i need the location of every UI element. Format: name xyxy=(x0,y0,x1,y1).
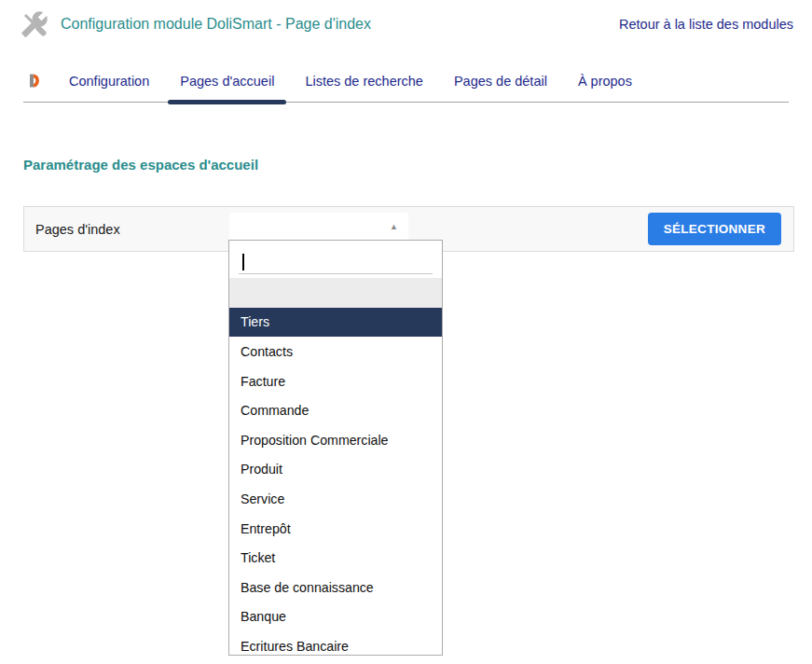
wrench-screwdriver-icon xyxy=(21,10,48,38)
dropdown-option[interactable] xyxy=(229,278,442,308)
text-caret xyxy=(242,254,244,270)
tab[interactable]: À propos xyxy=(578,60,632,102)
select-button[interactable]: SÉLECTIONNER xyxy=(648,213,781,245)
tabs: ConfigurationPages d'accueilListes de re… xyxy=(69,60,663,102)
tab[interactable]: Listes de recherche xyxy=(305,60,423,102)
chevron-up-icon: ▲ xyxy=(390,223,398,231)
tab[interactable]: Configuration xyxy=(69,60,149,102)
tabbar: ConfigurationPages d'accueilListes de re… xyxy=(23,60,789,103)
dropdown-option[interactable]: Tiers xyxy=(229,308,442,338)
dropdown-search-input[interactable] xyxy=(239,250,433,274)
dropdown-option[interactable]: Service xyxy=(229,484,442,514)
dropdown-options: TiersContactsFactureCommandeProposition … xyxy=(229,278,442,656)
index-page-select[interactable]: ▲ xyxy=(229,213,408,242)
page-title: Configuration module DoliSmart - Page d'… xyxy=(61,16,371,33)
back-to-modules-link[interactable]: Retour à la liste des modules xyxy=(619,17,793,32)
dropdown-option[interactable]: Facture xyxy=(229,367,442,396)
row-label: Pages d'index xyxy=(24,222,120,237)
tab[interactable]: Pages de détail xyxy=(454,60,547,102)
dropdown-option[interactable]: Base de connaissance xyxy=(229,573,442,602)
section-title: Paramétrage des espaces d'accueil xyxy=(23,157,789,173)
dropdown-option[interactable]: Commande xyxy=(229,395,442,425)
header: Configuration module DoliSmart - Page d'… xyxy=(0,7,812,41)
select-dropdown-panel: TiersContactsFactureCommandeProposition … xyxy=(228,240,443,656)
dropdown-option[interactable]: Banque xyxy=(229,602,442,632)
dropdown-option[interactable]: Contacts xyxy=(229,337,442,367)
tab[interactable]: Pages d'accueil xyxy=(180,60,274,102)
dropdown-search-wrap xyxy=(229,241,442,278)
dropdown-option[interactable]: Ecritures Bancaire xyxy=(229,631,442,656)
dropdown-option[interactable]: Ticket xyxy=(229,543,442,573)
dropdown-option[interactable]: Produit xyxy=(229,455,442,485)
dropdown-option[interactable]: Entrepôt xyxy=(229,514,442,544)
dolismart-d-logo-icon xyxy=(28,73,43,89)
dropdown-option[interactable]: Proposition Commerciale xyxy=(229,425,442,455)
